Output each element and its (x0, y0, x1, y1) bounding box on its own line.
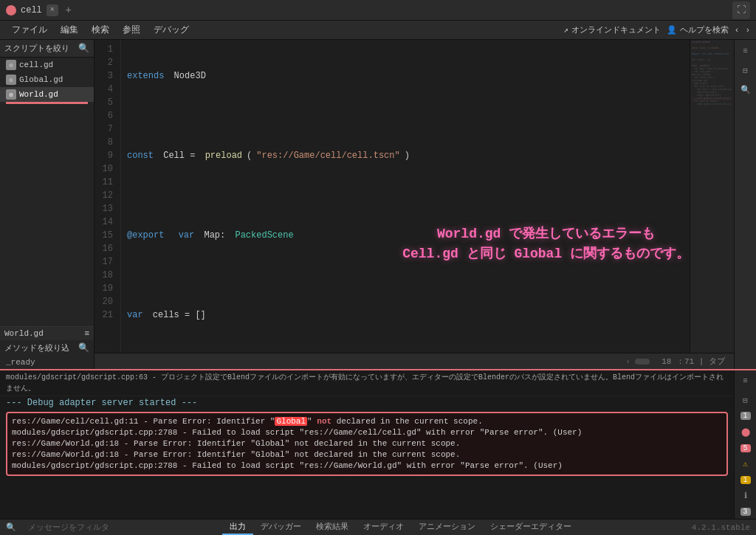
tab-debugger[interactable]: デバッガー (253, 520, 309, 535)
bottom-status-bar: 🔍 メッセージをフィルタ 出力 デバッガー 検索結果 オーディオ アニメーション… (0, 519, 756, 535)
method-filter-row: メソッドを絞り込 🔍 (0, 340, 94, 356)
code-line-5: @export var Map: PackedScene (127, 229, 684, 242)
method-filter-label: メソッドを絞り込 (4, 342, 75, 353)
info-count-badge: 3 (740, 508, 751, 516)
menu-search[interactable]: 検索 (86, 22, 115, 38)
error-box: res://Game/cell/cell.gd:11 - Parse Error… (6, 412, 728, 476)
warn-filter-btn[interactable]: ⚠ (738, 457, 754, 472)
add-tab-button[interactable]: + (63, 4, 75, 16)
method-list-icon[interactable]: ≡ (84, 329, 89, 338)
title-bar: cell × + ⛶ (0, 0, 756, 21)
bottom-controls: ≡ ⊟ 1 ⬤ 5 ⚠ 1 ℹ 3 (734, 370, 756, 519)
message-filter-label[interactable]: メッセージをフィルタ (28, 522, 109, 533)
method-search-icon[interactable]: 🔍 (78, 342, 89, 353)
error-line-3: res://Game/World.gd:18 - Parse Error: Id… (12, 438, 722, 449)
right-panel: ≡ ⊟ 🔍 (734, 40, 756, 369)
tab-shader-editor[interactable]: シェーダーエディター (483, 520, 579, 535)
sidebar-header: スクリプトを絞り 🔍 (0, 40, 94, 58)
warn-count-badge: 1 (740, 476, 751, 484)
prev-log-line: modules/gdscript/gdscript.cpp:63 - プロジェク… (0, 370, 734, 396)
nav-next-button[interactable]: › (745, 26, 750, 35)
right-panel-btn-2[interactable]: ⊟ (738, 62, 754, 78)
tab-search-results[interactable]: 検索結果 (309, 520, 356, 535)
code-line-4 (127, 189, 684, 202)
help-search-button[interactable]: 👤 ヘルプを検索 (667, 24, 729, 35)
error-line-5: modules/gdscript/gdscript.cpp:2788 - Fai… (12, 460, 722, 472)
scroll-left-icon[interactable]: ‹ (626, 357, 631, 366)
sidebar-file-global[interactable]: ⚙ Global.gd (0, 72, 94, 87)
sidebar-file-cell[interactable]: ⚙ cell.gd (0, 58, 94, 72)
message-filter-icon[interactable]: 🔍 (6, 522, 16, 532)
gear-icon-world: ⚙ (6, 89, 16, 100)
code-line-2 (127, 109, 684, 122)
gear-icon: ⚙ (6, 60, 16, 70)
info-badge: 1 (740, 412, 751, 420)
minimap: extends Node3D const Cell = preload... @… (690, 40, 734, 353)
person-icon: 👤 (667, 25, 677, 35)
bottom-panel: modules/gdscript/gdscript.cpp:63 - プロジェク… (0, 369, 756, 535)
code-line-7: var cells = [] (127, 308, 684, 322)
code-line-3: const Cell = preload("res://Game/cell/ce… (127, 149, 684, 162)
error-line-1: res://Game/cell/cell.gd:11 - Parse Error… (12, 416, 722, 427)
menu-debug[interactable]: デバッグ (148, 22, 195, 38)
close-tab-button[interactable]: × (47, 4, 58, 16)
error-count-row: 5 (740, 444, 751, 452)
version-label: 4.2.1.stable (692, 523, 750, 532)
sidebar-world-label: World.gd (4, 329, 44, 338)
editor-area: 12345 678910 1112131415 1617181920 21 ex… (94, 40, 734, 369)
file-world-label: World.gd (19, 90, 58, 99)
help-search-label: ヘルプを検索 (680, 24, 729, 35)
menu-bar: ファイル 編集 検索 参照 デバッグ ↗ オンラインドキュメント 👤 ヘルプを検… (0, 21, 756, 40)
expand-button[interactable]: ⛶ (732, 1, 750, 19)
bottom-ctrl-btn-1[interactable]: ≡ (738, 373, 754, 388)
sidebar: スクリプトを絞り 🔍 ⚙ cell.gd ⚙ Global.gd ⚙ World… (0, 40, 94, 369)
tab-animation[interactable]: アニメーション (411, 520, 483, 535)
right-panel-btn-1[interactable]: ≡ (738, 43, 754, 59)
menu-reference[interactable]: 参照 (117, 22, 146, 38)
log-area: modules/gdscript/gdscript.cpp:63 - プロジェク… (0, 370, 734, 519)
file-global-label: Global.gd (19, 75, 63, 84)
sidebar-method-ready[interactable]: _ready (0, 356, 94, 369)
line-numbers: 12345 678910 1112131415 1617181920 21 (94, 40, 121, 353)
code-editor[interactable]: extends Node3D const Cell = preload("res… (121, 40, 690, 353)
error-line-2: modules/gdscript/gdscript.cpp:2788 - Fai… (12, 427, 722, 438)
app-icon (6, 5, 16, 15)
error-badge-row: 1 (740, 412, 751, 420)
error-line-4: res://Game/World.gd:18 - Parse Error: Id… (12, 449, 722, 460)
online-docs-label: オンラインドキュメント (571, 24, 661, 35)
code-line-6 (127, 269, 684, 282)
online-docs-button[interactable]: ↗ オンラインドキュメント (563, 24, 661, 35)
code-line-1: extends Node3D (127, 69, 684, 83)
menu-edit[interactable]: 編集 (55, 22, 84, 38)
horizontal-scrollbar[interactable] (635, 359, 650, 365)
error-filter-btn[interactable]: ⬤ (738, 424, 754, 439)
minimap-content: extends Node3D const Cell = preload... @… (690, 40, 734, 353)
search-icon[interactable]: 🔍 (78, 43, 89, 54)
warn-count-row: 1 (740, 476, 751, 484)
info-count-row: 3 (740, 508, 751, 516)
nav-prev-button[interactable]: ‹ (735, 26, 740, 35)
right-panel-btn-3[interactable]: 🔍 (738, 81, 754, 97)
file-cell-label: cell.gd (19, 61, 53, 69)
sidebar-method-header: World.gd ≡ (0, 327, 94, 340)
bottom-tabs: 出力 デバッガー 検索結果 オーディオ アニメーション シェーダーエディター (121, 520, 680, 535)
main-area: スクリプトを絞り 🔍 ⚙ cell.gd ⚙ Global.gd ⚙ World… (0, 40, 756, 369)
error-count-badge: 5 (740, 444, 751, 452)
tab-audio[interactable]: オーディオ (356, 520, 411, 535)
cursor-position: 18 ：71 | タブ (662, 356, 725, 367)
editor-status-bar: ‹ 18 ：71 | タブ (94, 353, 734, 369)
info-filter-btn[interactable]: ℹ (738, 489, 754, 503)
log-debug-adapter: --- Debug adapter server started --- (0, 396, 734, 410)
tab-output[interactable]: 出力 (222, 520, 253, 535)
gear-icon-global: ⚙ (6, 75, 16, 85)
tab-label: cell (21, 5, 42, 15)
external-link-icon: ↗ (563, 25, 568, 35)
bottom-ctrl-btn-2[interactable]: ⊟ (738, 393, 754, 407)
menu-file[interactable]: ファイル (6, 22, 53, 38)
sidebar-file-world[interactable]: ⚙ World.gd (0, 87, 94, 102)
sidebar-filter-label: スクリプトを絞り (4, 43, 75, 54)
